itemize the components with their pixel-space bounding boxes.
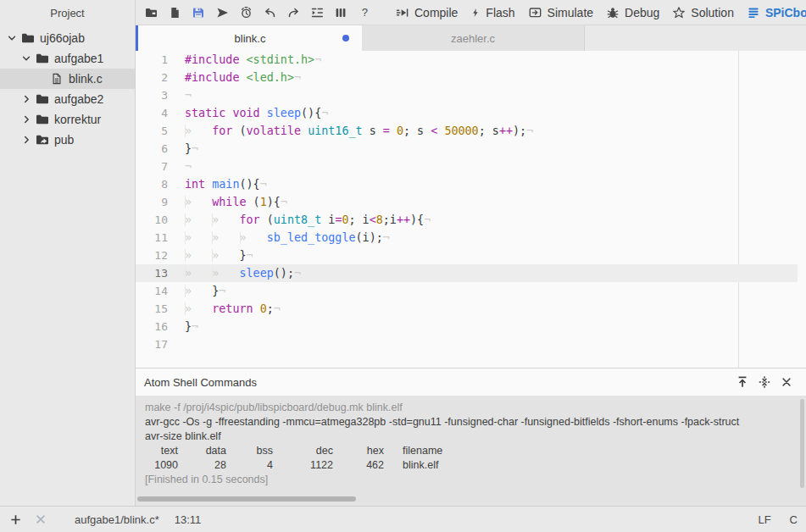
toolbar-redo-button[interactable] xyxy=(281,2,305,24)
toolbar-send-button[interactable] xyxy=(210,2,234,24)
indent-icon xyxy=(310,6,325,19)
code-line[interactable]: 5» for (volatile uint16_t s = 0; s < 500… xyxy=(136,122,806,140)
chevron-right-icon[interactable] xyxy=(20,93,32,105)
debug-button[interactable]: Debug xyxy=(606,6,659,19)
tab-blink-c[interactable]: blink.c xyxy=(138,25,362,51)
code-lines: 1#include <stdint.h>¬2#include <led.h>¬3… xyxy=(136,51,806,353)
tab-invisible: » xyxy=(185,196,212,208)
vertical-scrollbar-thumb[interactable] xyxy=(800,399,804,488)
status-grammar[interactable]: C xyxy=(790,513,798,526)
sidebar-item-aufgabe1[interactable]: aufgabe1 xyxy=(0,48,135,69)
code-line[interactable]: 14» }¬ xyxy=(136,282,806,300)
tab-label: zaehler.c xyxy=(451,32,495,45)
line-number: 11 xyxy=(136,229,168,247)
compile-button[interactable]: Compile xyxy=(396,6,458,19)
size-col-header: text xyxy=(145,444,178,458)
tab-zaehler-c[interactable]: zaehler.c xyxy=(362,25,585,51)
panel-auto-scroll-button[interactable] xyxy=(753,373,775,391)
toolbar-deadline-clock-button[interactable] xyxy=(234,2,258,24)
eol-invisible: ¬ xyxy=(294,267,301,280)
toolbar-open-folder-button[interactable] xyxy=(139,2,163,24)
status-file-path[interactable]: aufgabe1/blink.c* xyxy=(75,513,159,526)
toolbar-help-button[interactable]: ? xyxy=(353,2,376,24)
tree-item-label: pub xyxy=(54,133,74,147)
code-line[interactable]: 15» return 0;¬ xyxy=(136,300,806,318)
code-line[interactable]: 2#include <led.h>¬ xyxy=(136,69,806,86)
simulate-button[interactable]: Simulate xyxy=(528,6,593,19)
toolbar: ? CompileFlashSimulateDebugSolutionSPiCb… xyxy=(136,0,806,25)
tree-item-label: korrektur xyxy=(54,113,101,126)
size-col-value: 1122 xyxy=(273,458,333,473)
sidebar-item-aufgabe2[interactable]: aufgabe2 xyxy=(0,89,135,109)
undo-icon xyxy=(263,6,277,19)
toolbar-undo-button[interactable] xyxy=(258,2,281,24)
folder-icon xyxy=(35,114,49,125)
size-col-value: 4 xyxy=(226,458,273,473)
add-terminal-button[interactable] xyxy=(8,513,22,526)
panel-icon-group xyxy=(731,373,798,391)
line-number: 13 xyxy=(136,264,168,282)
panel-close-button[interactable] xyxy=(775,373,798,391)
horizontal-scrollbar-thumb[interactable] xyxy=(137,496,356,502)
close-icon xyxy=(781,376,792,388)
eol-invisible: ¬ xyxy=(185,160,192,173)
scroll-to-top-icon xyxy=(736,375,749,389)
flash-button[interactable]: Flash xyxy=(470,6,514,19)
tab-invisible: » xyxy=(212,231,239,244)
code-line[interactable]: 7¬ xyxy=(136,158,806,175)
panel-header: Atom Shell Commands xyxy=(136,369,806,396)
sidebar-item-pub[interactable]: pub xyxy=(0,130,135,150)
code-editor[interactable]: 1#include <stdint.h>¬2#include <led.h>¬3… xyxy=(136,51,806,368)
line-number: 6 xyxy=(136,140,168,158)
spicboard-icon xyxy=(747,6,760,19)
code-line[interactable]: 8int main(){¬ xyxy=(136,175,806,193)
toolbar-save-button[interactable] xyxy=(186,2,210,24)
code-line[interactable]: 1#include <stdint.h>¬ xyxy=(136,51,806,69)
code-line[interactable]: 4static void sleep(){¬ xyxy=(136,104,806,122)
size-col-value: 1090 xyxy=(145,458,178,473)
panel-scroll-to-top-button[interactable] xyxy=(731,373,753,391)
tree-item-label: aufgabe1 xyxy=(54,52,103,65)
toolbar-indent-button[interactable] xyxy=(305,2,329,24)
chevron-down-icon[interactable] xyxy=(6,32,18,44)
toolbar-new-file-button[interactable] xyxy=(163,2,186,24)
project-tree: uj66ojabaufgabe1blink.caufgabe2korrektur… xyxy=(0,28,135,150)
sidebar-item-korrektur[interactable]: korrektur xyxy=(0,109,135,130)
spicboard-button[interactable]: SPiCboard xyxy=(747,6,806,19)
solution-button[interactable]: Solution xyxy=(672,6,734,19)
line-number: 3 xyxy=(136,86,168,104)
chevron-right-icon[interactable] xyxy=(20,134,32,146)
svg-text:?: ? xyxy=(361,6,367,19)
send-icon xyxy=(215,6,230,19)
toolbar-columns-button[interactable] xyxy=(329,2,353,24)
code-line[interactable]: 10» » for (uint8_t i=0; i<8;i++){¬ xyxy=(136,211,806,229)
code-line[interactable]: 3¬ xyxy=(136,86,806,104)
eol-invisible: ¬ xyxy=(219,285,225,297)
chevron-down-icon[interactable] xyxy=(20,53,32,64)
simulate-icon xyxy=(528,6,542,19)
sidebar-item-uj66ojab[interactable]: uj66ojab xyxy=(0,28,135,48)
finished-line: [Finished in 0.15 seconds] xyxy=(145,473,806,487)
code-line[interactable]: 13» » sleep();¬ xyxy=(136,264,806,282)
chevron-right-icon[interactable] xyxy=(20,114,32,125)
sidebar-item-blink.c[interactable]: blink.c xyxy=(0,69,135,89)
line-number: 16 xyxy=(136,318,168,335)
status-cursor-position[interactable]: 13:11 xyxy=(175,513,202,526)
line-number: 14 xyxy=(136,282,168,300)
code-line[interactable]: 16}¬ xyxy=(136,318,806,335)
code-line[interactable]: 6}¬ xyxy=(136,140,806,158)
eol-invisible: ¬ xyxy=(526,125,533,137)
code-line[interactable]: 17 xyxy=(136,335,806,353)
code-line[interactable]: 11» » » sb_led_toggle(i);¬ xyxy=(136,229,806,247)
eol-invisible: ¬ xyxy=(321,107,328,119)
line-number: 5 xyxy=(136,122,168,140)
main-pane: ? CompileFlashSimulateDebugSolutionSPiCb… xyxy=(136,0,806,507)
status-bar: aufgabe1/blink.c* 13:11 LF C xyxy=(0,506,806,532)
status-line-ending[interactable]: LF xyxy=(758,513,770,526)
panel-title: Atom Shell Commands xyxy=(144,376,731,389)
line-number: 8 xyxy=(136,175,168,193)
code-line[interactable]: 12» » }¬ xyxy=(136,247,806,264)
chevron-spacer xyxy=(35,73,47,85)
code-line[interactable]: 9» while (1){¬ xyxy=(136,193,806,211)
close-terminal-button[interactable] xyxy=(34,513,47,526)
